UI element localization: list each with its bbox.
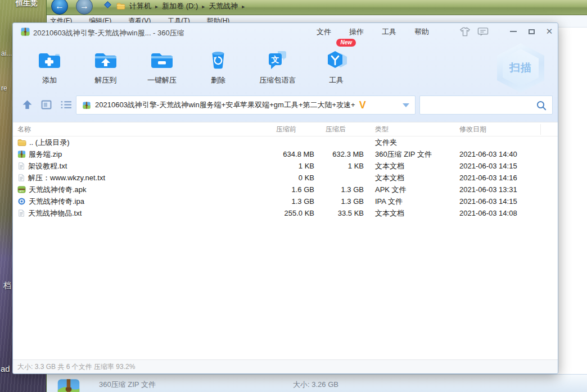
desktop-icon-label: 恒生竞	[16, 0, 38, 8]
forward-button[interactable]: →	[76, 0, 93, 15]
scan-label: 扫描	[509, 61, 532, 75]
size-before: 1 KB	[270, 162, 320, 170]
scan-button[interactable]: 扫描	[497, 43, 544, 93]
folder-icon	[17, 139, 26, 147]
translate-bubble-icon: 文	[265, 44, 290, 71]
toolbar-button-label: 压缩包语言	[260, 75, 296, 85]
size-after: 1.3 GB	[320, 185, 369, 194]
extract-to-button[interactable]: 解压到	[78, 44, 134, 85]
selected-file-size: 大小: 3.26 GB	[293, 380, 338, 390]
desktop-icon-label: ai...	[1, 49, 12, 57]
column-type[interactable]: 类型	[369, 125, 454, 134]
explorer-details-pane: 360压缩 ZIP 文件 大小: 3.26 GB	[47, 374, 587, 392]
back-button[interactable]: ←	[51, 0, 68, 15]
table-row[interactable]: APK 天荒战神传奇.apk 1.6 GB 1.3 GB APK 文件 2021…	[13, 184, 558, 195]
file-type: 文本文档	[369, 173, 454, 183]
folder-icon	[116, 2, 125, 10]
text-file-icon	[17, 174, 25, 182]
address-dropdown-icon[interactable]	[403, 103, 409, 107]
menu-tools[interactable]: 工具	[382, 27, 396, 37]
folder-up-arrow-icon	[93, 44, 119, 71]
column-size-before[interactable]: 压缩前	[270, 125, 320, 134]
file-type: IPA 文件	[369, 197, 454, 207]
size-before: 1.3 GB	[270, 197, 320, 206]
table-row[interactable]: 解压：www.wkzy.net.txt 0 KB 文本文档 2021-06-03…	[13, 172, 558, 184]
table-row[interactable]: 服务端.zip 634.8 MB 632.3 MB 360压缩 ZIP 文件 2…	[13, 148, 558, 160]
delete-button[interactable]: 删除	[190, 44, 246, 85]
size-after: 1 KB	[320, 162, 369, 170]
table-row[interactable]: 架设教程.txt 1 KB 1 KB 文本文档 2021-06-03 14:15	[13, 160, 558, 172]
folder-plus-icon	[37, 44, 62, 71]
apk-file-icon: APK	[17, 185, 26, 194]
maximize-button[interactable]	[525, 26, 538, 37]
file-date: 2021-06-03 14:40	[454, 150, 558, 158]
minimize-button[interactable]	[507, 26, 520, 37]
list-header: 名称 压缩前 压缩后 类型 修改日期	[13, 122, 558, 136]
hexagon-tools-icon	[324, 44, 349, 71]
app-zip-icon	[20, 27, 30, 37]
one-click-extract-button[interactable]: 一键解压	[134, 44, 190, 85]
file-type: 文件夹	[369, 138, 454, 148]
breadcrumb-item-computer[interactable]: 计算机	[129, 1, 151, 11]
menu-file[interactable]: 文件	[317, 27, 331, 37]
tools-button[interactable]: New 工具	[309, 44, 363, 85]
toolbar-button-label: 添加	[42, 75, 57, 85]
v-mark-icon: V	[359, 100, 366, 110]
menu-operation[interactable]: 操作	[349, 27, 364, 37]
file-type: 文本文档	[369, 208, 454, 218]
file-type: APK 文件	[369, 185, 454, 195]
breadcrumb-item-folder[interactable]: 天荒战神	[209, 1, 238, 11]
file-name: 架设教程.txt	[28, 161, 67, 171]
file-name: 天荒战神传奇.apk	[29, 185, 87, 195]
size-before: 255.0 KB	[270, 209, 320, 217]
zip-file-icon	[82, 101, 91, 110]
zip-file-icon	[17, 150, 26, 158]
file-date: 2021-06-03 14:15	[454, 197, 558, 206]
table-row[interactable]: .. (上级目录) 文件夹	[13, 136, 558, 148]
search-icon[interactable]	[536, 100, 547, 111]
column-name[interactable]: 名称	[13, 125, 270, 134]
table-row[interactable]: 天荒战神传奇.ipa 1.3 GB 1.3 GB IPA 文件 2021-06-…	[13, 195, 558, 207]
skin-icon[interactable]	[459, 26, 471, 37]
file-name: .. (上级目录)	[29, 138, 70, 148]
search-input[interactable]	[425, 98, 534, 112]
size-before: 634.8 MB	[270, 150, 320, 158]
toolbar-button-label: 解压到	[95, 75, 117, 85]
status-bar: 大小: 3.3 GB 共 6 个文件 压缩率 93.2%	[13, 359, 558, 373]
desktop-icon-label: re	[1, 84, 7, 92]
thumbnail-view-icon[interactable]	[41, 99, 52, 110]
toolbar-button-label: 工具	[329, 75, 344, 85]
search-box	[419, 95, 553, 115]
status-text: 大小: 3.3 GB 共 6 个文件 压缩率 93.2%	[17, 363, 135, 371]
file-name: 服务端.zip	[29, 149, 62, 159]
breadcrumb-separator: ▸	[242, 3, 245, 10]
size-after: 1.3 GB	[320, 197, 369, 206]
toolbar: 添加 解压到 一键解压 删除	[21, 44, 363, 85]
desktop-icon-label: 档	[3, 281, 11, 291]
breadcrumb-separator: ▸	[155, 3, 158, 10]
app-menu-bar: 文件 操作 工具 帮助	[317, 27, 429, 37]
screen: 恒生竞 ai... re 档 ad ← → 计算机 ▸ 新加卷 (D:) ▸ 天…	[0, 0, 587, 392]
file-name: 天荒战神物品.txt	[28, 208, 82, 218]
address-bar[interactable]: 20210603战神引擎-天荒战神win服务端+安卓苹果双端+gm工具+第二大陆…	[76, 95, 416, 115]
menu-help[interactable]: 帮助	[414, 27, 429, 37]
feedback-icon[interactable]	[477, 26, 489, 37]
list-view-icon[interactable]	[60, 99, 72, 110]
folder-minus-icon	[149, 44, 175, 71]
close-button[interactable]: ✕	[543, 26, 556, 37]
column-size-after[interactable]: 压缩后	[320, 125, 369, 134]
breadcrumb: 计算机 ▸ 新加卷 (D:) ▸ 天荒战神 ▸	[116, 0, 245, 12]
archive-language-button[interactable]: 文 压缩包语言	[246, 44, 309, 85]
up-directory-icon[interactable]	[22, 99, 33, 110]
breadcrumb-item-drive-d[interactable]: 新加卷 (D:)	[162, 1, 198, 11]
table-row[interactable]: 天荒战神物品.txt 255.0 KB 33.5 KB 文本文档 2021-06…	[13, 207, 558, 219]
window-controls: ✕	[459, 26, 556, 37]
add-button[interactable]: 添加	[21, 44, 78, 85]
size-after: 33.5 KB	[320, 209, 369, 217]
new-badge: New	[336, 39, 356, 47]
column-modified[interactable]: 修改日期	[454, 125, 558, 134]
zip-app-window: 20210603战神引擎-天荒战神win服... - 360压缩 文件 操作 工…	[12, 22, 558, 374]
file-name: 解压：www.wkzy.net.txt	[28, 173, 105, 183]
file-type: 360压缩 ZIP 文件	[369, 149, 454, 159]
nav-dropdown-icon[interactable]	[104, 1, 111, 8]
